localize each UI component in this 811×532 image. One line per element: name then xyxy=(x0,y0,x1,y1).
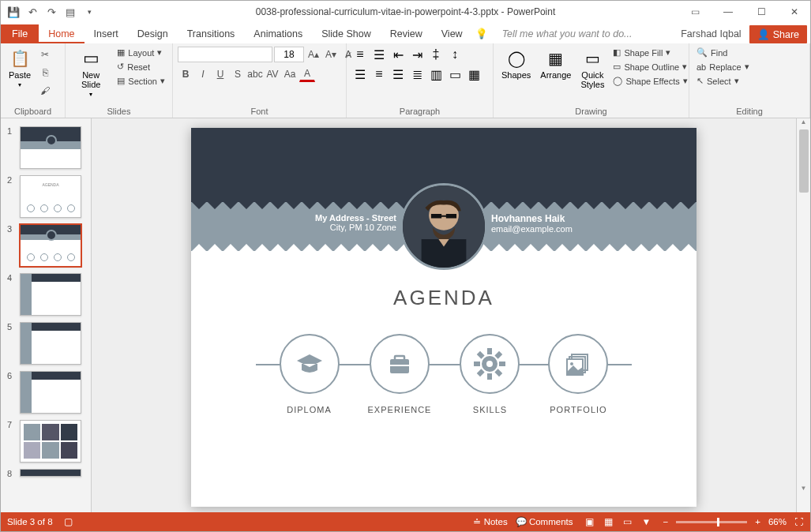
view-tab[interactable]: View xyxy=(432,24,472,43)
scroll-thumb[interactable] xyxy=(799,129,809,193)
redo-icon[interactable]: ↷ xyxy=(45,6,58,18)
align-left-icon[interactable]: ☰ xyxy=(351,66,369,82)
slide-thumbnails[interactable]: 1 2AGENDA 3 4 5 6 7 8 xyxy=(1,118,92,512)
spacing-icon[interactable]: AV xyxy=(265,66,280,82)
scroll-down-icon[interactable]: ▼ xyxy=(797,485,810,492)
slide-thumb-2[interactable]: AGENDA xyxy=(20,175,81,218)
agenda-item-experience[interactable]: EXPERIENCE xyxy=(368,334,432,414)
minimize-icon[interactable]: — xyxy=(712,3,744,21)
qat-dropdown-icon[interactable]: ▾ xyxy=(83,6,96,18)
agenda-item-portfolio[interactable]: PORTFOLIO xyxy=(548,334,608,414)
columns-icon[interactable]: ▥ xyxy=(427,66,445,82)
agenda-item-diploma[interactable]: DIPLOMA xyxy=(280,334,340,414)
tell-me-input[interactable]: Tell me what you want to do... xyxy=(496,24,674,43)
new-slide-button[interactable]: ▭ New Slide ▾ xyxy=(70,47,111,99)
sorter-view-icon[interactable]: ▦ xyxy=(600,515,618,529)
align-text-icon[interactable]: ▭ xyxy=(446,66,464,82)
slide-canvas[interactable]: My Address - Street City, PM 10 Zone Hov… xyxy=(92,118,796,512)
slide-thumb-8[interactable] xyxy=(20,469,81,477)
name-block[interactable]: Hovhannes Haik email@example.com xyxy=(491,213,573,234)
address-block[interactable]: My Address - Street City, PM 10 Zone xyxy=(315,213,396,232)
section-button[interactable]: ▤Section ▾ xyxy=(115,75,167,87)
undo-icon[interactable]: ↶ xyxy=(26,6,39,18)
align-center-icon[interactable]: ≡ xyxy=(370,66,388,82)
reading-view-icon[interactable]: ▭ xyxy=(619,515,636,529)
slide-thumb-7[interactable] xyxy=(20,420,81,463)
shape-fill-button[interactable]: ◧Shape Fill ▾ xyxy=(610,47,689,58)
share-button[interactable]: 👤 Share xyxy=(749,25,807,43)
cut-icon[interactable]: ✂ xyxy=(37,47,53,62)
start-from-beginning-icon[interactable]: ▤ xyxy=(64,6,77,18)
zoom-level[interactable]: 66% xyxy=(768,517,787,526)
review-tab[interactable]: Review xyxy=(381,24,432,43)
zoom-slider[interactable] xyxy=(676,521,747,523)
font-color-icon[interactable]: A xyxy=(299,66,315,82)
file-tab[interactable]: File xyxy=(1,24,39,43)
slideshow-tab[interactable]: Slide Show xyxy=(312,24,381,43)
slide-thumb-5[interactable] xyxy=(20,322,81,365)
paste-button[interactable]: 📋 Paste ▾ xyxy=(6,47,34,90)
avatar[interactable] xyxy=(400,183,487,270)
align-right-icon[interactable]: ☰ xyxy=(389,66,407,82)
insert-tab[interactable]: Insert xyxy=(84,24,128,43)
slideshow-view-icon[interactable]: ▼ xyxy=(638,515,655,529)
reset-button[interactable]: ↺Reset xyxy=(115,61,167,73)
agenda-title[interactable]: AGENDA xyxy=(191,286,696,310)
ribbon-options-icon[interactable]: ▭ xyxy=(679,3,711,21)
new-slide-dropdown-icon[interactable]: ▾ xyxy=(89,91,92,98)
slide-thumb-3[interactable] xyxy=(20,224,81,267)
shadow-icon[interactable]: abc xyxy=(247,66,263,82)
text-direction-icon[interactable]: ↕ xyxy=(446,47,464,62)
italic-icon[interactable]: I xyxy=(195,66,211,82)
agenda-item-skills[interactable]: SKILLS xyxy=(460,334,520,414)
shape-effects-button[interactable]: ◯Shape Effects ▾ xyxy=(610,75,689,87)
slide-thumb-6[interactable] xyxy=(20,371,81,414)
animations-tab[interactable]: Animations xyxy=(244,24,312,43)
quick-styles-button[interactable]: ▭ Quick Styles xyxy=(577,47,607,91)
scroll-up-icon[interactable]: ▲ xyxy=(797,118,810,126)
layout-button[interactable]: ▦Layout ▾ xyxy=(115,47,167,58)
copy-icon[interactable]: ⎘ xyxy=(37,65,53,81)
format-painter-icon[interactable]: 🖌 xyxy=(37,83,53,99)
smartart-icon[interactable]: ▦ xyxy=(465,66,482,82)
slide-thumb-4[interactable] xyxy=(20,273,81,316)
underline-icon[interactable]: U xyxy=(212,66,228,82)
font-name-input[interactable] xyxy=(178,47,272,62)
line-spacing-icon[interactable]: ‡ xyxy=(427,47,445,62)
decrease-indent-icon[interactable]: ⇤ xyxy=(389,47,407,62)
select-button[interactable]: ↖Select ▾ xyxy=(694,75,752,87)
change-case-icon[interactable]: Aa xyxy=(282,66,298,82)
maximize-icon[interactable]: ☐ xyxy=(745,3,777,21)
font-size-input[interactable]: 18 xyxy=(274,47,304,62)
justify-icon[interactable]: ≣ xyxy=(408,66,426,82)
shape-outline-button[interactable]: ▭Shape Outline ▾ xyxy=(610,61,689,73)
spellcheck-icon[interactable]: ▢ xyxy=(64,516,73,527)
slide-thumb-1[interactable] xyxy=(20,126,81,169)
increase-font-icon[interactable]: A▴ xyxy=(306,47,321,62)
numbering-icon[interactable]: ☰ xyxy=(370,47,388,62)
save-icon[interactable]: 💾 xyxy=(7,6,20,18)
paste-dropdown-icon[interactable]: ▾ xyxy=(18,81,21,88)
replace-button[interactable]: abReplace ▾ xyxy=(694,61,752,73)
design-tab[interactable]: Design xyxy=(128,24,178,43)
strike-icon[interactable]: S xyxy=(230,66,246,82)
zoom-out-icon[interactable]: − xyxy=(663,517,669,526)
find-button[interactable]: 🔍Find xyxy=(694,47,752,58)
transitions-tab[interactable]: Transitions xyxy=(178,24,245,43)
shapes-button[interactable]: ◯ Shapes xyxy=(498,47,534,81)
close-icon[interactable]: ✕ xyxy=(779,3,810,21)
increase-indent-icon[interactable]: ⇥ xyxy=(408,47,426,62)
user-name[interactable]: Farshad Iqbal xyxy=(673,24,749,43)
zoom-in-icon[interactable]: + xyxy=(755,517,760,526)
arrange-button[interactable]: ▦ Arrange xyxy=(537,47,574,81)
comments-button[interactable]: 💬 Comments xyxy=(516,516,573,527)
fit-window-icon[interactable]: ⛶ xyxy=(794,517,804,526)
decrease-font-icon[interactable]: A▾ xyxy=(323,47,339,62)
bullets-icon[interactable]: ≡ xyxy=(351,47,369,62)
slide-counter[interactable]: Slide 3 of 8 xyxy=(7,517,53,526)
home-tab[interactable]: Home xyxy=(39,24,84,43)
normal-view-icon[interactable]: ▣ xyxy=(581,515,599,529)
bold-icon[interactable]: B xyxy=(178,66,193,82)
vertical-scrollbar[interactable]: ▲ ▼ xyxy=(796,118,810,512)
notes-button[interactable]: ≐ Notes xyxy=(473,516,507,527)
